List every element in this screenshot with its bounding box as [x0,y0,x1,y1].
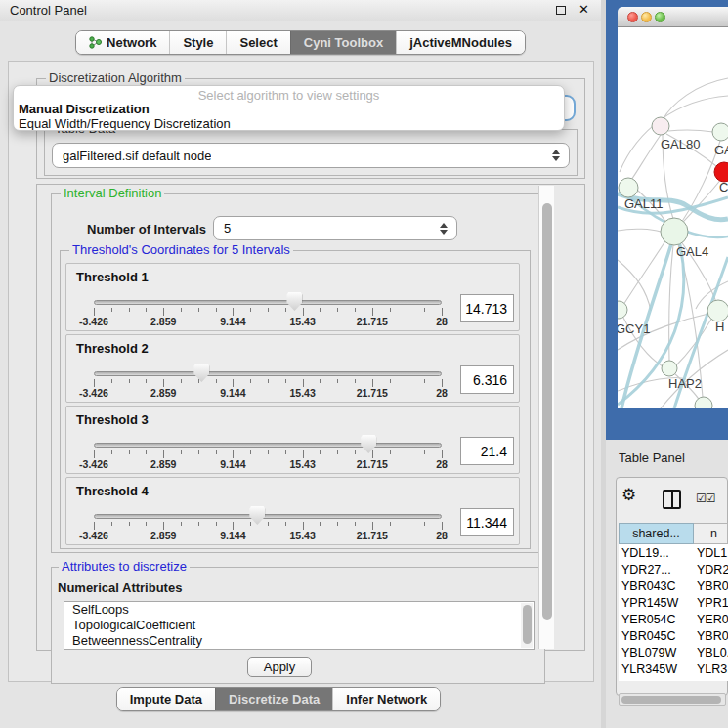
slider-tick-labels: -3.4262.8599.14415.4321.71528 [94,316,442,327]
attributes-group-title: Attributes to discretize [59,560,190,574]
table-row[interactable]: YLR345WYLR3... [619,661,728,677]
network-node[interactable] [619,178,638,197]
threshold-label: Threshold 4 [76,484,149,498]
float-window-icon[interactable] [556,6,566,15]
network-node[interactable] [618,301,627,319]
cell-name: YER0... [694,613,728,626]
network-node[interactable] [714,162,728,182]
threshold-panel-4: Threshold 4-3.4262.8599.14415.4321.71528… [65,477,520,545]
network-node[interactable] [695,397,712,408]
threshold-value-field[interactable]: 21.4 [460,437,514,465]
list-scrollbar[interactable] [521,603,533,648]
tab-impute-data[interactable]: Impute Data [117,688,215,710]
bottom-tabs: Impute DataDiscretize DataInfer Network [116,687,442,711]
table-row[interactable]: YDR27...YDR2... [619,561,728,578]
attribute-item-selfloops[interactable]: SelfLoops [64,602,534,618]
table-row[interactable]: YBR045CYBR0... [619,627,728,644]
tab-label: Discretize Data [229,692,320,707]
tab-jactivemnodules[interactable]: jActiveMNodules [396,31,525,54]
table-row[interactable]: YDL19...YDL1... [619,544,728,561]
table-row[interactable]: YBL079WYBL0... [619,644,728,661]
network-node[interactable] [707,300,728,321]
tab-label: Cyni Toolbox [304,35,383,50]
threshold-value-field[interactable]: 6.316 [460,365,514,394]
slider-ticks [94,308,442,316]
node-table: shared... n YDL19...YDL1...YDR27...YDR2.… [619,523,728,681]
cell-name: YPR1... [694,596,728,610]
stepper-icon[interactable] [552,150,560,161]
table-row[interactable]: YER054CYER0... [619,611,728,627]
mac-minimize-icon[interactable] [641,12,652,22]
panel-scrollbar[interactable] [538,186,554,649]
control-panel-titlebar: Control Panel ✕ [0,0,601,21]
table-horizontal-scrollbar[interactable] [619,693,726,706]
network-icon [89,36,102,49]
slider-track[interactable] [94,443,442,448]
table-row[interactable]: YBR043CYBR0... [619,578,728,594]
tab-cyni-toolbox[interactable]: Cyni Toolbox [290,31,396,54]
mac-close-icon[interactable] [627,12,638,22]
column-header-name[interactable]: n [694,523,728,544]
dropdown-option-equal-width-frequency[interactable]: Equal Width/Frequency Discretization [19,116,231,131]
slider-track[interactable] [94,300,442,305]
interval-definition-title: Interval Definition [61,187,164,200]
slider-ticks [94,450,442,458]
cell-shared-name: YBR045C [619,629,694,643]
threshold-label: Threshold 1 [76,270,149,284]
table-row[interactable]: YIL052CYIL0... [619,677,728,681]
cell-shared-name: YPR145W [619,596,694,610]
apply-button[interactable]: Apply [247,657,312,677]
numerical-attributes-list[interactable]: SelfLoopsTopologicalCoefficientBetweenne… [64,601,535,650]
control-panel: Control Panel ✕ NetworkStyleSelectCyni T… [0,0,601,728]
network-node[interactable] [652,117,669,135]
network-node[interactable] [662,361,677,376]
attribute-item-topologicalcoefficient[interactable]: TopologicalCoefficient [64,618,534,633]
mac-zoom-icon[interactable] [655,12,665,22]
table-header-row: shared... n [619,523,728,544]
network-node[interactable] [712,123,728,141]
cell-name: YDL1... [694,546,728,560]
checkboxes-icon[interactable]: ☑☑ [696,492,715,505]
cell-shared-name: YIL052C [619,679,694,682]
cell-shared-name: YBR043C [619,579,694,593]
cell-shared-name: YER054C [619,613,694,626]
settings-panel: Interval Definition Number of Intervals … [36,184,585,651]
network-edge [668,130,713,132]
table-row[interactable]: YPR145WYPR1... [619,594,728,611]
stepper-icon[interactable] [440,223,448,235]
node-label-ga: GA [714,143,728,157]
network-window-titlebar [618,7,728,27]
table-data-combobox[interactable]: galFiltered.sif default node [52,143,570,168]
node-label-hap2: HAP2 [668,376,702,391]
tab-discretize-data[interactable]: Discretize Data [215,688,332,710]
table-panel: Table Panel ⚙ ☑☑ shared... n YDL19...YDL… [606,440,728,728]
cell-shared-name: YDR27... [619,563,694,577]
tab-infer-network[interactable]: Infer Network [332,688,440,710]
table-panel-title: Table Panel [619,450,685,465]
tab-select[interactable]: Select [226,31,289,54]
slider-tick-labels: -3.4262.8599.14415.4321.71528 [94,458,442,470]
algorithm-dropdown-popup: Select algorithm to view settings Manual… [13,85,565,131]
column-header-shared-name[interactable]: shared... [619,523,694,544]
number-of-intervals-value: 5 [224,221,231,236]
node-label-gal80: GAL80 [661,137,700,151]
control-panel-tabs: NetworkStyleSelectCyni ToolboxjActiveMNo… [75,30,526,55]
close-icon[interactable]: ✕ [578,2,589,17]
tab-label: Impute Data [130,692,202,707]
attribute-item-betweennesscentrality[interactable]: BetweennessCentrality [64,633,534,649]
gear-icon[interactable]: ⚙ [621,487,636,503]
split-columns-icon[interactable] [663,490,681,509]
threshold-label: Threshold 2 [76,341,149,356]
threshold-value-field[interactable]: 14.713 [460,294,514,322]
slider-track[interactable] [94,371,442,376]
threshold-panel-2: Threshold 2-3.4262.8599.14415.4321.71528… [65,334,520,403]
algorithm-section-title: Discretization Algorithm [46,71,185,85]
slider-track[interactable] [94,514,442,519]
threshold-value-field[interactable]: 11.344 [460,508,514,536]
number-of-intervals-combobox[interactable]: 5 [213,216,457,240]
network-canvas[interactable]: GAL80GACGAL11GAL4GCY1HHAP2 [618,27,728,408]
tab-style[interactable]: Style [169,31,226,54]
network-node[interactable] [661,218,688,245]
dropdown-option-manual-discretization[interactable]: Manual Discretization [19,102,150,116]
tab-network[interactable]: Network [76,31,169,54]
